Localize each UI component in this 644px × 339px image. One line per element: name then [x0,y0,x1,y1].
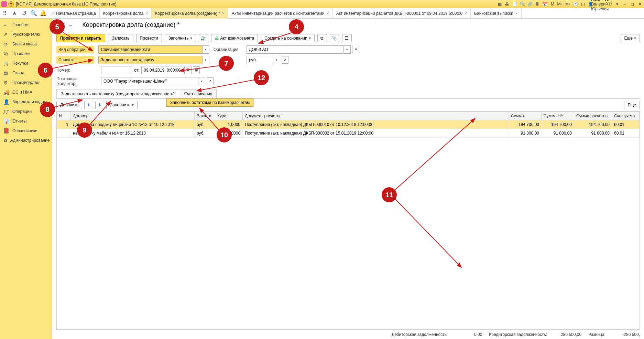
tab-0[interactable]: Начальная страница [48,8,100,19]
cell-sum_nu: 91 800,00 [542,129,574,137]
move-down-button[interactable]: ⬇ [95,101,104,109]
tab-close-icon[interactable]: × [465,11,467,16]
tab-4[interactable]: Акт инвентаризации расчетов ДКБП-000001 … [333,8,471,19]
create-based-button[interactable]: Создать на основании [261,34,315,42]
star-icon[interactable]: ★ [10,9,19,18]
currency-open[interactable]: ↗ [282,56,288,64]
tb-icon-link[interactable]: 🔗 [527,1,533,7]
subtab-debt[interactable]: Задолженность поставщику (кредиторская з… [56,89,179,98]
bell-icon[interactable]: 🔔 [39,9,48,18]
apps-icon[interactable]: ⠿ [0,9,10,18]
subtab-account[interactable]: Счет списания [180,89,217,98]
write-off-drop[interactable]: ▾ [203,56,209,64]
th-sum-calc[interactable]: Сумма расчетов [574,112,612,120]
tab-close-icon[interactable]: × [515,11,518,16]
th-sum-nu[interactable]: Сумма НУ [542,112,574,120]
tb-m[interactable]: M [550,1,555,7]
tab-1[interactable]: Корректировка долга× [100,8,152,19]
supplier-input[interactable] [101,77,198,85]
search-icon[interactable]: 🔍 [29,9,39,18]
history-icon[interactable]: ↺ [19,9,29,18]
currency-drop[interactable]: ▾ [273,56,280,64]
sidebar-item-4[interactable]: 🛒Покупки [0,59,52,68]
sidebar-item-8[interactable]: 👤Зарплата и кадры [0,97,52,107]
lbl-diff: Разница: [588,332,605,337]
act-offset-button[interactable]: 🖶Акт взаимозачета [211,34,258,42]
date-ext[interactable]: ⊞ [193,66,200,74]
write-off-input[interactable] [98,56,203,64]
tab-close-icon[interactable]: × [145,11,148,16]
number-input[interactable] [101,66,132,74]
tb-icon-print[interactable]: 🖶 [504,1,510,7]
tb-mp[interactable]: M+ [557,1,563,7]
related-icon[interactable]: ⧉ [317,34,327,42]
th-sum[interactable]: Сумма [509,112,542,120]
table-fill-button[interactable]: Заполнить [106,101,138,109]
sidebar-item-9[interactable]: ДтОперации [0,107,52,116]
fill-dropdown-menu[interactable]: Заполнить остатками по взаиморасчетам [166,98,253,107]
tb-icon-search[interactable]: 🔍 [520,1,525,7]
op-type-input[interactable] [98,45,203,54]
tab-close-icon[interactable]: × [222,11,225,16]
tb-mm[interactable]: M- [565,1,570,7]
drop2-icon[interactable]: ▾ [614,1,620,7]
table-row[interactable]: на поставку мебели №4 от 15.12.2018руб.1… [57,129,640,137]
move-up-button[interactable]: ⬆ [84,101,93,109]
nav-back-button[interactable]: ← [56,22,65,29]
sidebar-item-0[interactable]: ≡Главное [0,20,52,30]
th-doc[interactable]: Документ расчетов [243,112,509,120]
more-button[interactable]: Еще [621,34,640,42]
th-currency[interactable]: Валюта [195,112,215,120]
th-n[interactable]: N [57,112,71,120]
sidebar-item-12[interactable]: ✿Администрирование [0,136,52,145]
th-rate[interactable]: Курс [215,112,243,120]
post-button[interactable]: Провести [136,34,162,42]
th-contract[interactable]: Договор [71,112,195,120]
tb-icon-clock[interactable]: 🕐 [572,1,578,7]
list-icon[interactable]: ☰ [342,34,352,42]
table-row[interactable]: 1Договор на продажу лицензии 1С №12 от 1… [57,120,640,129]
fill-button[interactable]: Заполнить [165,34,196,42]
org-drop[interactable]: ▾ [344,45,351,54]
org-input[interactable] [247,45,344,54]
fill-by-balance-item[interactable]: Заполнить остатками по взаиморасчетам [170,100,250,105]
sidebar-item-7[interactable]: 🚚ОС и НМА [0,87,52,97]
sidebar-item-5[interactable]: ▦Склад [0,68,52,78]
sidebar-item-10[interactable]: 📊Отчеты [0,116,52,126]
tb-icon-box[interactable]: ▢ [580,1,586,7]
user-name[interactable]: Любимов Валерий Юрьевич [597,1,603,7]
tb-icon-1[interactable]: ▦ [497,1,502,7]
org-open[interactable]: ↗ [352,46,359,53]
tab-3[interactable]: Акты инвентаризации расчетов с контраген… [228,8,333,19]
sidebar-item-11[interactable]: 📕Справочники [0,126,52,136]
tb-icon-cal[interactable]: 📅 [542,1,548,7]
sidebar-item-2[interactable]: ◔Банк и касса [0,39,52,49]
post-and-close-button[interactable]: Провести и закрыть [56,34,105,42]
tab-5[interactable]: Банковские выписки× [471,8,522,19]
tb-icon-doc[interactable]: 📄 [512,1,517,7]
tb-icon-calc[interactable]: 🖩 [535,1,540,7]
maximize-icon[interactable]: ◻ [630,1,635,7]
attach-icon[interactable]: 📎 [330,34,339,42]
supplier-drop[interactable]: ▾ [198,77,205,85]
sidebar-item-1[interactable]: ↗Руководителю [0,30,52,39]
date-cal-icon[interactable]: 📅 [185,66,192,74]
th-account[interactable]: Счет учета [612,112,640,120]
dt-kt-icon[interactable]: Дт [199,34,208,42]
tab-close-icon[interactable]: × [327,11,329,16]
table-more-button[interactable]: Еще [624,101,640,109]
tab-2[interactable]: Корректировка долга (создание) *× [152,8,228,19]
date-input[interactable] [141,66,185,74]
sidebar-item-3[interactable]: 🛍Продажи [0,49,52,59]
close-window-icon[interactable]: ✕ [637,1,643,7]
sidebar-item-6[interactable]: ⚙Производство [0,78,52,87]
minimize-icon[interactable]: – [622,1,627,7]
info-icon[interactable]: ⓘ [607,1,612,7]
nav-fwd-button[interactable]: → [66,22,74,29]
write-button[interactable]: Записать [108,34,133,42]
op-type-drop[interactable]: ▾ [203,45,209,54]
currency-input[interactable] [247,56,273,64]
add-row-button[interactable]: Добавить [56,101,82,109]
supplier-open[interactable]: ↗ [207,77,214,85]
app-menu-drop[interactable]: ▾ [8,1,14,7]
